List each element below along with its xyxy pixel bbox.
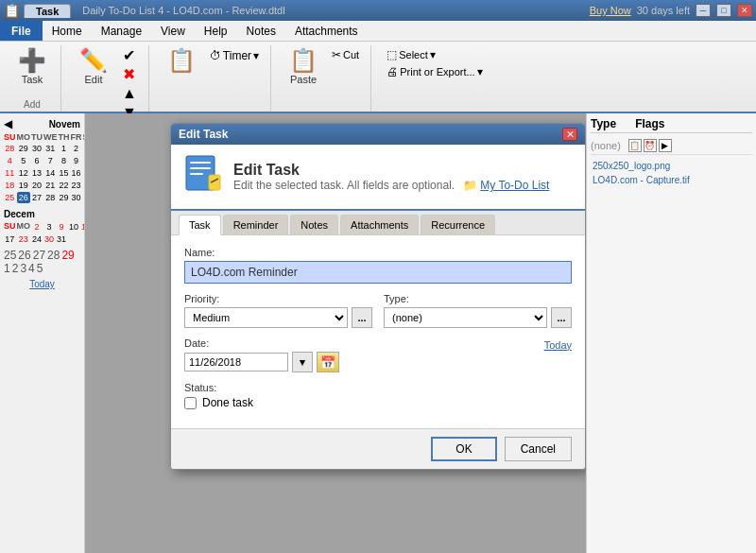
cal-day[interactable]: 29 [17,143,31,154]
cal-day[interactable]: 3 [43,221,55,233]
title-tabs: Task [24,4,71,18]
cal-day[interactable]: 18 [4,180,16,191]
done-task-checkbox[interactable] [184,397,197,409]
ribbon-select-button[interactable]: ⬚ Select ▾ [383,47,486,62]
cal-day[interactable]: 30 [43,233,55,245]
type-select[interactable]: (none) [384,307,547,328]
close-button[interactable]: ✕ [737,4,752,17]
dialog-tab-attachments[interactable]: Attachments [340,215,419,234]
cal-day[interactable]: 31 [56,233,67,245]
cal-day[interactable]: 2 [71,143,82,154]
cal-day[interactable]: 8 [59,155,70,166]
ribbon-paste-label: Paste [290,74,317,85]
cal-day[interactable]: 31 [43,143,58,154]
today-button[interactable]: Today [4,279,80,289]
cal-day[interactable]: 10 [68,221,79,233]
cal-day-today[interactable]: 26 [17,192,31,203]
name-input[interactable] [184,261,572,284]
minimize-button[interactable]: ─ [696,4,711,17]
ribbon-up-button[interactable]: ▲ [118,85,141,102]
cal-day[interactable]: 22 [59,180,70,191]
cal-day[interactable]: 28 [43,192,58,203]
cal-day[interactable]: 25 [4,192,16,203]
menu-attachments[interactable]: Attachments [285,21,368,41]
title-tab-task[interactable]: Task [24,4,71,18]
ribbon-timer-button[interactable]: ⏱ Timer ▾ [206,47,263,64]
dialog-tab-task[interactable]: Task [179,215,221,235]
file-item-2[interactable]: LO4D.com - Capture.tif [591,173,752,187]
cal-day[interactable]: 21 [43,180,58,191]
cal-day[interactable]: 23 [71,180,82,191]
ribbon-add-task-button[interactable]: ➕ Task [11,47,53,87]
cal-day[interactable]: 15 [59,167,70,179]
dialog-header: Edit Task Edit the selected task. All fi… [171,145,585,211]
cal-day[interactable]: 23 [17,233,31,245]
cal-day[interactable]: 9 [56,221,67,233]
date-row: Date: Today ▾ 📅 [184,337,572,372]
ribbon-cut-button[interactable]: ✂ Cut [328,47,363,62]
cal-day[interactable]: 4 [4,155,16,166]
cal-day[interactable]: 2 [31,221,43,233]
menu-help[interactable]: Help [195,21,237,41]
cal-day[interactable]: 16 [71,167,82,179]
cal-day[interactable]: 28 [4,143,16,154]
ribbon-edit-button[interactable]: ✏️ Edit [73,47,114,87]
cal-day[interactable]: 9 [71,155,82,166]
cal-day[interactable]: 1 [59,143,70,154]
flag-icon-3[interactable]: ▶ [659,139,672,152]
done-task-row[interactable]: Done task [184,396,572,409]
cal-day[interactable]: 6 [31,155,43,166]
right-panel: Type Flags (none) 📋 ⏰ ▶ 250x250_logo.png… [586,113,756,553]
ok-button[interactable]: OK [431,437,496,461]
calendar-picker-button[interactable]: 📅 [317,352,339,372]
type-header: Type [591,117,616,130]
cal-day[interactable]: 19 [17,180,31,191]
dialog-titlebar: Edit Task ✕ [171,124,585,145]
dialog-tab-notes[interactable]: Notes [290,215,338,234]
prev-month-icon[interactable]: ◀ [4,117,12,130]
cal-day[interactable]: 30 [31,143,43,154]
flag-icon-1[interactable]: 📋 [628,139,642,152]
flag-icon-2[interactable]: ⏰ [644,139,657,152]
date-input[interactable] [184,353,288,372]
maximize-button[interactable]: □ [716,4,731,17]
cal-day[interactable]: 17 [4,233,16,245]
my-todo-link[interactable]: My To-Do List [480,179,549,192]
cal-dow-we: WE [43,132,58,142]
menu-home[interactable]: Home [43,21,92,41]
menu-manage[interactable]: Manage [92,21,151,41]
menu-file[interactable]: File [0,21,43,41]
priority-ellipsis-button[interactable]: ... [352,307,372,328]
app-icon: 📋 [4,3,20,18]
ribbon-checkmark-button[interactable]: ✔ [118,47,141,64]
type-ellipsis-button[interactable]: ... [551,307,572,328]
ribbon-delete-button[interactable]: ✖ [118,66,141,83]
buy-now-link[interactable]: Buy Now [590,5,631,16]
dialog-tab-reminder[interactable]: Reminder [223,215,289,234]
menu-notes[interactable]: Notes [237,21,285,41]
cal-dow-tu: TU [31,132,43,142]
cal-day[interactable]: 24 [31,233,43,245]
dialog-tab-recurrence[interactable]: Recurrence [421,215,495,234]
cal-day[interactable]: 29 [59,192,70,203]
today-link[interactable]: Today [544,339,572,351]
cal-day[interactable]: 5 [17,155,31,166]
cal-day[interactable]: 30 [71,192,82,203]
cal-day[interactable]: 27 [31,192,43,203]
cancel-button[interactable]: Cancel [505,437,572,461]
cal-day[interactable]: 14 [43,167,58,179]
cal-day[interactable]: 11 [4,167,16,179]
file-item-1[interactable]: 250x250_logo.png [591,159,752,173]
dialog-close-button[interactable]: ✕ [562,128,577,141]
date-dropdown-button[interactable]: ▾ [292,352,313,372]
ribbon-paste-button[interactable]: 📋 Paste [283,47,324,87]
cal-day[interactable]: 20 [31,180,43,191]
ribbon-note-button[interactable]: 📋 [161,47,202,74]
cal-day[interactable]: 7 [43,155,58,166]
select-dropdown-icon: ▾ [430,48,436,61]
cal-day[interactable]: 13 [31,167,43,179]
menu-view[interactable]: View [151,21,195,41]
cal-day[interactable]: 12 [17,167,31,179]
ribbon-print-button[interactable]: 🖨 Print or Export... ▾ [383,64,486,79]
priority-select[interactable]: Medium [184,307,348,328]
